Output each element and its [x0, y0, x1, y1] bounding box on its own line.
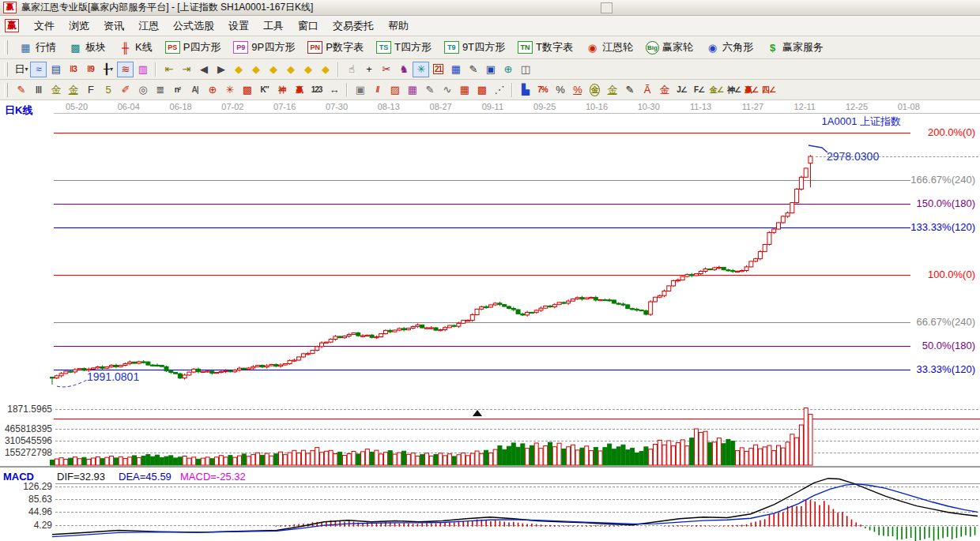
vertical-grid-tool[interactable]: Ⅲ	[30, 82, 47, 98]
diagonal-box-tool[interactable]: ▨	[386, 82, 403, 98]
menu-item[interactable]: 窗口	[291, 17, 326, 36]
ninet-square-button[interactable]: T99T四方形	[439, 38, 511, 57]
gold-red-tool[interactable]: 金	[656, 82, 673, 98]
hand-tool-button[interactable]: ☝	[343, 62, 360, 77]
square-web-tool[interactable]: ▩	[239, 82, 255, 98]
go-first-button[interactable]: ⇤	[160, 62, 177, 77]
axis-bars-tool[interactable]: ▙	[517, 82, 533, 98]
ying-grid-tool[interactable]: 赢	[291, 82, 307, 98]
trend-curve-button[interactable]: ≈	[30, 62, 47, 77]
select-box-tool[interactable]: ▣	[352, 82, 368, 98]
kline-pattern-button[interactable]: ≋	[117, 62, 134, 77]
k-marks-tool[interactable]: K″	[256, 82, 273, 98]
calendar-tool-button[interactable]: 21	[430, 62, 447, 77]
circle-cross-tool[interactable]: ⊕	[204, 82, 220, 98]
window-control-button[interactable]	[601, 2, 612, 13]
percent-line-tool[interactable]: %	[569, 82, 586, 98]
notes-tool-button[interactable]: ✎	[465, 62, 481, 77]
candle-type-dropdown[interactable]: ╂▾	[100, 62, 116, 77]
menu-item[interactable]: 帮助	[381, 17, 416, 36]
save-tool-button[interactable]: ▣	[482, 62, 499, 77]
bars-3-button[interactable]: ‖3	[65, 62, 81, 77]
menu-item[interactable]: 浏览	[62, 17, 96, 36]
n-squared-tool[interactable]: n²	[169, 82, 186, 98]
t-number-button[interactable]: TNT数字表	[512, 38, 579, 57]
dense-grid-tool[interactable]: ≣	[152, 82, 168, 98]
t-square-button[interactable]: TST四方形	[371, 38, 437, 57]
title-bar: 赢 赢家江恩专业版[赢家内部服务平台] - [上证指数 SH1A0001-167…	[0, 0, 980, 16]
crosshair-tool-button[interactable]: +	[360, 62, 377, 77]
page-prev-button[interactable]: ◀	[195, 62, 212, 77]
bars-9-button[interactable]: ‖9	[82, 62, 99, 77]
radial-web-tool[interactable]: ✳	[221, 82, 238, 98]
angle-si-tool[interactable]: 四∠	[760, 82, 777, 98]
gold-circle-tool[interactable]: 金	[586, 82, 603, 98]
menu-item[interactable]: 工具	[256, 17, 291, 36]
spiral-5-tool[interactable]: 5	[100, 82, 116, 98]
web-sync-tool-button[interactable]: ⊕	[499, 62, 516, 77]
hexagon-button[interactable]: ◉六角形	[700, 38, 759, 57]
period-day-dropdown[interactable]: 日▾	[13, 62, 29, 77]
rocket-grid-tool[interactable]: ✐	[117, 82, 134, 98]
toolbar-grip[interactable]	[4, 62, 8, 77]
angle-f-tool[interactable]: F∠	[691, 82, 707, 98]
pencil-lines-tool[interactable]: ✎	[421, 82, 438, 98]
system-tool-button[interactable]: ◫	[517, 62, 533, 77]
info-panel-button[interactable]: ▤	[47, 62, 64, 77]
compress-both-button[interactable]: ◆	[317, 62, 334, 77]
kline-button[interactable]: ╫K线	[113, 38, 158, 57]
gold-grid-1-tool[interactable]: 金	[47, 82, 64, 98]
airbrush-tool[interactable]: ✎	[13, 82, 29, 98]
gann-tool-button[interactable]: ♞	[395, 62, 412, 77]
calculator-tool-button[interactable]: ▦	[447, 62, 464, 77]
mirror-a-tool[interactable]: A|	[187, 82, 203, 98]
menu-item[interactable]: 交易委托	[326, 17, 381, 36]
p-number-button[interactable]: PNP数字表	[302, 38, 369, 57]
toolbar-grip[interactable]	[4, 83, 8, 97]
quotes-button[interactable]: ▦行情	[13, 38, 62, 57]
fan-lines-tool[interactable]: //	[369, 82, 386, 98]
parallel-lines-tool[interactable]: ⋰	[491, 82, 507, 98]
pattern-box-tool[interactable]: ▦	[404, 82, 420, 98]
shen-grid-tool[interactable]: 神	[273, 82, 290, 98]
sectors-button[interactable]: ▩板块	[63, 38, 111, 57]
expand-both-button[interactable]: ◆	[300, 62, 316, 77]
expand-horizontal-button[interactable]: ◆	[265, 62, 281, 77]
menu-item[interactable]: 江恩	[131, 17, 166, 36]
angle-gold-tool[interactable]: 金∠	[708, 82, 725, 98]
compress-horizontal-button[interactable]: ◆	[282, 62, 299, 77]
percent-tool[interactable]: %	[552, 82, 568, 98]
page-next-button[interactable]: ▶	[213, 62, 229, 77]
red-grid-box-tool[interactable]: ▩	[473, 82, 490, 98]
gold-grid-2-tool[interactable]: 金	[65, 82, 81, 98]
menu-item[interactable]: 公式选股	[166, 17, 221, 36]
ninep-square-button[interactable]: P99P四方形	[228, 38, 300, 57]
winner-service-button[interactable]: $赢家服务	[760, 38, 829, 57]
color-volume-button[interactable]: ▥	[134, 62, 151, 77]
gann-wheel-button[interactable]: ◉江恩轮	[580, 38, 639, 57]
zigzag-line-tool[interactable]: ∿	[439, 82, 455, 98]
angle-ying-tool[interactable]: 赢∠	[743, 82, 760, 98]
go-last-button[interactable]: ⇥	[178, 62, 194, 77]
grid-123-tool[interactable]: 123	[308, 82, 325, 98]
angle-j-tool[interactable]: J∠	[673, 82, 690, 98]
angle-shen-tool[interactable]: 神∠	[726, 82, 742, 98]
winner-wheel-button[interactable]: Big赢家轮	[640, 38, 699, 57]
p-square-button[interactable]: PSP四方形	[160, 38, 227, 57]
gold-lines-tool[interactable]: 金	[604, 82, 620, 98]
cycle-circle-tool[interactable]: ◎	[134, 82, 151, 98]
menu-item[interactable]: 资讯	[96, 17, 131, 36]
smart-analysis-button[interactable]: ✳	[413, 62, 429, 77]
toolbar-grip[interactable]	[4, 40, 8, 54]
pen-bars-tool[interactable]: ✎	[621, 82, 638, 98]
f-grid-tool[interactable]: F	[82, 82, 99, 98]
zoom-left-button[interactable]: ◆	[230, 62, 247, 77]
measure-tool-button[interactable]: ✂	[378, 62, 394, 77]
width-measure-tool[interactable]: ↔	[326, 82, 342, 98]
menu-item[interactable]: 文件	[27, 17, 62, 36]
menu-item[interactable]: 设置	[221, 17, 256, 36]
zoom-right-button[interactable]: ◆	[247, 62, 264, 77]
red-grid-tool[interactable]: ▦	[456, 82, 473, 98]
wave-a-tool[interactable]: Ã	[639, 82, 655, 98]
percent-target-tool[interactable]: 7%	[534, 82, 551, 98]
